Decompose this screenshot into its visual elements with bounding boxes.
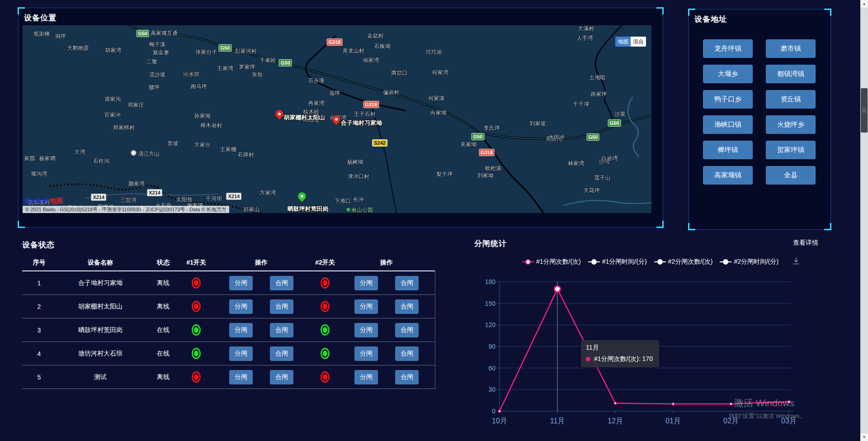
address-button[interactable]: 贺家坪镇: [766, 141, 816, 159]
map-place-label: 三岔河: [120, 196, 137, 204]
table-header-cell: 操作: [338, 259, 435, 267]
close-switch-button[interactable]: 合闸: [395, 276, 419, 290]
close-switch-button[interactable]: 合闸: [270, 370, 293, 384]
road-shield-label: X214: [147, 189, 162, 196]
map-place-label: 梨子坪: [436, 171, 453, 178]
address-button[interactable]: 高家堰镇: [703, 166, 753, 185]
open-switch-button[interactable]: 分闸: [229, 276, 253, 290]
road-shield-label: G318: [479, 149, 495, 156]
device-marker-label: 胡家棚村太阳山: [284, 114, 325, 122]
open-switch-button[interactable]: 分闸: [229, 346, 253, 361]
corner-decoration: [656, 221, 664, 228]
device-marker-pin[interactable]: [297, 192, 307, 204]
address-button[interactable]: 大堰乡: [703, 65, 753, 83]
switch2-cell: [312, 324, 338, 336]
close-switch-button[interactable]: 合闸: [270, 276, 293, 290]
svg-text:180: 180: [485, 278, 496, 285]
address-button[interactable]: 磨市镇: [766, 39, 816, 58]
device-name-cell: 合子坳村习家坳: [56, 279, 145, 287]
switch2-ops-cell: 分闸合闸: [338, 299, 435, 314]
table-body: 1合子坳村习家坳离线分闸合闸分闸合闸2胡家棚村太阳山离线分闸合闸分闸合闸3晒鼓坪…: [22, 271, 435, 389]
legend-item[interactable]: #1分闸次数/(次): [522, 258, 581, 266]
scrollbar-down-arrow[interactable]: ▼: [860, 433, 868, 441]
open-switch-button[interactable]: 分闸: [229, 370, 253, 384]
table-header-cell: 序号: [22, 259, 56, 267]
open-switch-button[interactable]: 分闸: [354, 370, 378, 384]
map-place-label: 罗家坪: [239, 63, 255, 71]
close-switch-button[interactable]: 合闸: [395, 323, 419, 337]
pin-icon: [274, 108, 285, 119]
address-button[interactable]: 资丘镇: [766, 90, 816, 109]
open-switch-button[interactable]: 分闸: [354, 276, 378, 290]
switch2-indicator: [321, 371, 330, 383]
scrollbar-up-arrow[interactable]: ▲: [860, 0, 868, 8]
open-switch-button[interactable]: 分闸: [354, 346, 378, 361]
map-type-control: 地图 混合: [615, 37, 646, 47]
legend-dot: [591, 259, 597, 265]
device-marker-pin[interactable]: [332, 115, 341, 127]
legend-item[interactable]: #2分闸次数/(次): [654, 258, 713, 266]
scrollbar-thumb[interactable]: [861, 88, 868, 133]
svg-text:30: 30: [488, 386, 495, 393]
address-button[interactable]: 鸭子口乡: [703, 90, 753, 109]
device-marker-pin[interactable]: [275, 109, 284, 122]
table-row: 1合子坳村习家坳离线分闸合闸分闸合闸: [22, 271, 435, 295]
device-location-panel: 设备位置 笔架槽洞坪G50高家堰互通梅子溪天鹅抱蛋胡家湾: [18, 8, 663, 228]
map-place-label: 向家坳: [430, 109, 446, 116]
device-name-cell: 晒鼓坪村荒田岗: [56, 326, 145, 334]
row-index-cell: 4: [22, 350, 56, 357]
close-switch-button[interactable]: 合闸: [395, 346, 419, 361]
address-button[interactable]: 都镇湾镇: [766, 65, 816, 83]
open-switch-button[interactable]: 分闸: [354, 299, 378, 314]
map-place-label: 干子墠: [573, 100, 589, 108]
address-panel-title: 设备地址: [694, 14, 727, 24]
map-place-label: 邓家庄: [127, 101, 144, 109]
table-header-cell: #2开关: [312, 259, 338, 267]
map-type-button-map[interactable]: 地图: [615, 37, 631, 47]
windows-activation-watermark: 激活 Windows 转到"设置"以激活 Windows。: [729, 397, 806, 420]
open-switch-button[interactable]: 分闸: [229, 299, 253, 314]
legend-item[interactable]: #2分闸时间/(分): [720, 258, 778, 266]
close-switch-button[interactable]: 合闸: [270, 299, 293, 314]
address-button-grid: 龙舟坪镇磨市镇大堰乡都镇湾镇鸭子口乡资丘镇渔峡口镇火烧坪乡榔坪镇贺家坪镇高家堰镇…: [703, 39, 817, 185]
legend-marker-icon: [654, 259, 666, 265]
map-type-button-hybrid[interactable]: 混合: [631, 37, 646, 47]
close-switch-button[interactable]: 合闸: [270, 323, 293, 337]
legend-label: #1分闸次数/(次): [536, 258, 581, 266]
legend-marker-icon: [588, 259, 600, 265]
road-shield-label: G50: [586, 133, 599, 141]
page-scrollbar[interactable]: ▲ ▼: [860, 0, 868, 441]
map-place-label: 樟木岩村: [200, 122, 222, 129]
open-switch-button[interactable]: 分闸: [354, 323, 378, 337]
switch1-indicator: [192, 277, 201, 289]
svg-text:90: 90: [488, 343, 495, 350]
switch1-ops-cell: 分闸合闸: [211, 346, 312, 361]
address-button[interactable]: 榔坪镇: [703, 141, 753, 159]
open-switch-button[interactable]: 分闸: [229, 323, 253, 337]
address-button[interactable]: 全县: [766, 166, 816, 185]
map-place-label: 天花坪: [584, 187, 600, 194]
map-place-label: 大溪村: [578, 25, 594, 33]
map-canvas[interactable]: 笔架槽洞坪G50高家堰互通梅子溪天鹅抱蛋胡家湾紫金寨二墩张家台子G50彭家河村千…: [23, 25, 651, 213]
map-place-label: 二墩: [146, 58, 157, 66]
road-shield-label: G50: [279, 59, 292, 66]
close-switch-button[interactable]: 合闸: [395, 299, 419, 314]
switch2-cell: [312, 348, 338, 359]
road-shield-label: G50: [136, 30, 149, 37]
corner-decoration: [18, 7, 25, 14]
map-place-label: 千家岭: [259, 57, 276, 64]
address-button[interactable]: 龙舟坪镇: [703, 39, 753, 58]
download-icon[interactable]: [792, 256, 801, 267]
switch1-cell: [182, 277, 211, 289]
legend-item[interactable]: #1分闸时间/(分): [588, 258, 647, 266]
chart-section-title: 分闸统计: [474, 238, 507, 249]
address-button[interactable]: 火烧坪乡: [766, 115, 816, 134]
map-place-label: 李氏坪: [484, 124, 500, 132]
road-shield-label: X214: [226, 193, 242, 200]
close-switch-button[interactable]: 合闸: [395, 370, 419, 384]
map-place-label: 清江方山: [131, 150, 160, 157]
address-button[interactable]: 渔峡口镇: [703, 115, 753, 134]
view-details-link[interactable]: 查看详情: [793, 239, 818, 247]
map-place-label: 冉家湾: [308, 99, 325, 107]
close-switch-button[interactable]: 合闸: [270, 346, 293, 361]
